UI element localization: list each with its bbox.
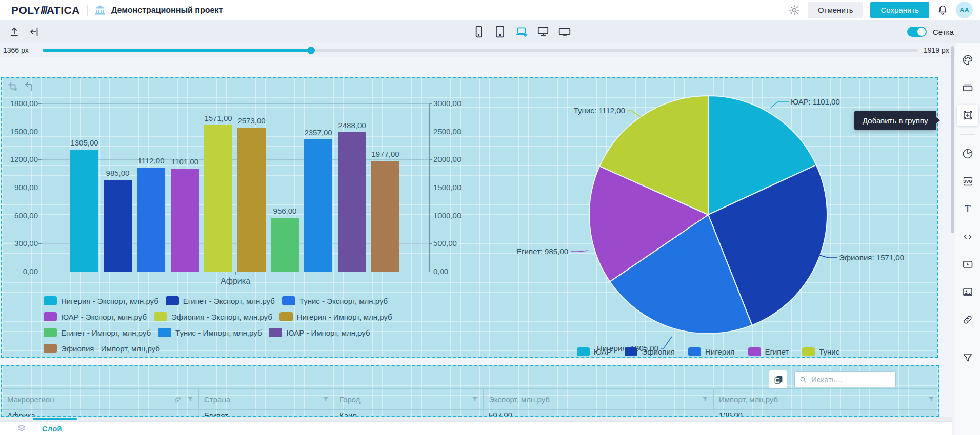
width-slider-fill [43, 49, 311, 52]
pie-legend-item[interactable]: Эфиопия [625, 347, 674, 356]
sidebar-image-icon[interactable] [957, 281, 978, 303]
column-header-Импорт, млн,руб[interactable]: Импорт, млн,руб [713, 389, 939, 409]
pie-legend: ЮАРЭфиопияНигерияЕгипетТунис [525, 347, 891, 356]
tv-preview-icon[interactable] [558, 25, 571, 38]
monitor-preview-icon[interactable] [536, 25, 550, 38]
sidebar-svg-icon[interactable]: SVG [957, 171, 978, 192]
table-cell: 507,00 [483, 410, 713, 417]
data-table-widget[interactable]: МакрорегионСтранаГородЭкспорт, млн.рубИм… [1, 365, 939, 417]
legend-color-chip [154, 312, 167, 321]
table-copy-icon[interactable] [769, 370, 787, 388]
legend-color-chip [802, 347, 815, 356]
sidebar-palette-icon[interactable] [957, 49, 978, 71]
bottom-bar: Слой [0, 421, 952, 435]
horizontal-scrollbar-thumb[interactable] [33, 418, 77, 420]
table-header-row: МакрорегионСтранаГородЭкспорт, млн.рубИм… [2, 388, 939, 410]
column-filter-icon[interactable] [927, 395, 935, 403]
legend-color-chip [44, 328, 57, 337]
legend-color-chip [282, 296, 295, 305]
column-link-icon[interactable] [173, 395, 182, 404]
legend-item[interactable]: Египет - Экспорт, млн.руб [166, 296, 275, 305]
column-header-Страна[interactable]: Страна [198, 389, 334, 409]
sidebar-code-icon[interactable] [957, 226, 978, 247]
legend-color-chip [269, 328, 282, 337]
widget-sidebar: SVGT [955, 43, 980, 435]
sidebar-text-icon[interactable]: T [957, 198, 978, 220]
legend-item[interactable]: Египет - Импорт, млн,руб [44, 328, 151, 337]
slider-max-label: 1919 px [924, 46, 949, 54]
horizontal-scrollbar[interactable] [0, 417, 952, 421]
toggle-knob [917, 28, 926, 36]
column-header-Город[interactable]: Город [334, 389, 483, 409]
grid-toggle-label: Сетка [933, 28, 954, 36]
width-slider-track[interactable] [43, 49, 918, 52]
phone-preview-icon[interactable] [472, 25, 485, 38]
editor-toolbar: Сетка [0, 20, 980, 43]
legend-item[interactable]: Тунис - Импорт, млн,руб [158, 328, 262, 337]
pie-slice-label: Тунис: 1112,00 [574, 106, 625, 115]
sidebar-tray-icon[interactable] [957, 77, 978, 98]
pie-legend-item[interactable]: ЮАР [577, 347, 612, 356]
layers-icon [16, 423, 27, 433]
legend-color-chip [158, 328, 171, 337]
legend-color-chip [577, 347, 590, 356]
collapse-left-icon[interactable] [28, 26, 40, 38]
legend-item[interactable]: Эфиопия - Экспорт, млн.руб [154, 312, 272, 321]
tablet-preview-icon[interactable] [493, 25, 507, 38]
charts-group-widget[interactable]: 1800,003000,001500,002500,001200,002000,… [1, 77, 938, 358]
gear-icon[interactable] [788, 4, 801, 16]
device-preview-group [472, 20, 571, 43]
column-filter-icon[interactable] [471, 395, 479, 403]
sidebar-video-icon[interactable] [957, 254, 978, 275]
width-slider-thumb[interactable] [307, 47, 315, 54]
legend-item[interactable]: ЮАР - Импорт, млн,руб [269, 328, 370, 337]
avatar[interactable]: AA [956, 2, 973, 18]
laptop-preview-icon[interactable] [515, 25, 528, 38]
table-cell: Египет [198, 410, 334, 417]
pie-legend-item[interactable]: Нигерия [688, 347, 735, 356]
upload-icon[interactable] [8, 26, 21, 38]
pie-slice-label: Египет: 985,00 [516, 247, 568, 256]
vertical-scrollbar-thumb[interactable] [951, 46, 954, 233]
column-filter-icon[interactable] [322, 395, 330, 403]
legend-item[interactable]: Эфиопия - Импорт, млн,руб [44, 344, 160, 353]
legend-item[interactable]: Нигерия - Импорт, млн,руб [279, 312, 392, 321]
layer-tab[interactable]: Слой [16, 423, 62, 433]
table-cell: 129,00 [713, 410, 939, 417]
sidebar-pie-chart-icon[interactable] [957, 143, 978, 164]
column-header-Макрорегион[interactable]: Макрорегион [2, 389, 198, 409]
legend-item[interactable]: Нигерия - Экспорт, млн.руб [44, 296, 158, 305]
search-icon [799, 376, 807, 384]
bar-chart-legend: Нигерия - Экспорт, млн.рубЕгипет - Экспо… [44, 296, 403, 353]
legend-item[interactable]: Тунис - Экспорт, млн.руб [282, 296, 388, 305]
legend-item[interactable]: ЮАР - Экспорт, млн.руб [44, 312, 147, 321]
legend-color-chip [625, 347, 637, 356]
pie-legend-item[interactable]: Тунис [802, 347, 839, 356]
header-divider [87, 5, 88, 16]
grid-toggle[interactable] [907, 27, 927, 37]
column-filter-icon[interactable] [701, 395, 709, 403]
save-button[interactable]: Сохранить [870, 2, 929, 18]
legend-color-chip [44, 312, 57, 321]
slider-min-label: 1366 px [3, 46, 29, 54]
legend-color-chip [44, 296, 57, 305]
bank-icon [94, 4, 106, 16]
sidebar-link-icon[interactable] [957, 309, 978, 330]
legend-color-chip [166, 296, 179, 305]
table-search [794, 371, 896, 387]
sidebar-separator [960, 134, 975, 135]
table-row[interactable]: АфрикаЕгипетКаир507,00129,00 [2, 410, 939, 417]
bell-icon[interactable] [936, 4, 949, 16]
add-to-group-tooltip: Добавить в группу [854, 111, 936, 130]
sidebar-filter-icon[interactable] [957, 347, 978, 369]
column-filter-icon[interactable] [186, 395, 194, 403]
sidebar-add-to-group-icon[interactable] [957, 105, 978, 126]
column-header-Экспорт, млн.руб[interactable]: Экспорт, млн.руб [483, 389, 713, 409]
pie-slice-label: ЮАР: 1101,00 [791, 97, 840, 106]
app-window: POLY///ATICA Демонстрационный проект Отм… [0, 0, 980, 435]
pie-legend-item[interactable]: Египет [748, 347, 789, 356]
legend-color-chip [748, 347, 761, 356]
table-cell: Африка [2, 410, 198, 417]
search-input[interactable] [810, 375, 891, 384]
cancel-button[interactable]: Отменить [808, 2, 864, 18]
